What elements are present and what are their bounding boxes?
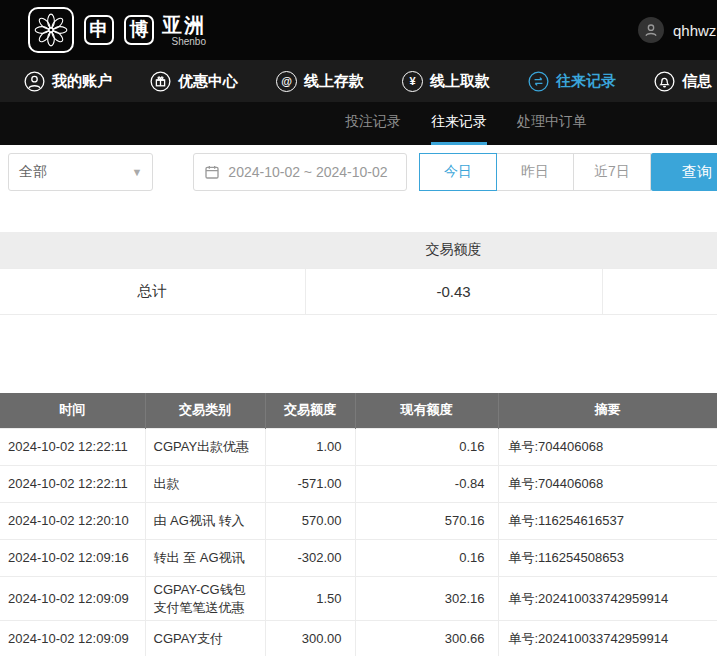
brand-subtitle: Shenbo	[172, 36, 206, 47]
bell-icon	[654, 71, 675, 92]
table-cell: 570.00	[265, 503, 355, 540]
table-cell: 单号:704406068	[498, 429, 717, 466]
records-table-body: 2024-10-02 12:22:11CGPAY出款优惠1.000.16单号:7…	[0, 429, 717, 656]
record-tabs: 投注记录 往来记录 处理中订单	[0, 102, 717, 145]
brand-char-bo: 博	[124, 15, 154, 45]
chevron-down-icon: ▼	[131, 166, 142, 178]
avatar	[638, 17, 664, 43]
table-cell: 1.00	[265, 429, 355, 466]
table-cell: 2024-10-02 12:09:09	[0, 621, 145, 656]
user-icon	[643, 22, 659, 38]
table-cell: 2024-10-02 12:20:10	[0, 503, 145, 540]
table-row: 2024-10-02 12:09:09CGPAY-CG钱包支付笔笔送优惠1.50…	[0, 577, 717, 621]
table-cell: CGPAY-CG钱包支付笔笔送优惠	[145, 577, 265, 621]
brand-text: 亚洲 Shenbo	[162, 14, 206, 47]
tab-transaction-records[interactable]: 往来记录	[431, 102, 487, 145]
table-cell: 单号:704406068	[498, 466, 717, 503]
table-cell: 300.66	[355, 621, 498, 656]
today-button[interactable]: 今日	[419, 153, 497, 191]
table-cell: 单号:202410033742959914	[498, 621, 717, 656]
calendar-icon	[204, 164, 220, 180]
search-button[interactable]: 查询	[651, 153, 717, 191]
filter-bar: 全部 ▼ 2024-10-02 ~ 2024-10-02 今日 昨日 近7日 查…	[0, 145, 717, 199]
col-header-type: 交易类别	[145, 393, 265, 429]
table-row: 2024-10-02 12:09:16转出 至 AG视讯-302.000.16单…	[0, 540, 717, 577]
top-bar: 申 博 亚洲 Shenbo qhhwz	[0, 0, 717, 60]
table-cell: 单号:116254508653	[498, 540, 717, 577]
transfer-records-icon	[528, 71, 549, 92]
table-cell: 转出 至 AG视讯	[145, 540, 265, 577]
deposit-icon: @	[276, 71, 297, 92]
table-cell: 302.16	[355, 577, 498, 621]
col-header-time: 时间	[0, 393, 145, 429]
summary-empty-cell	[602, 268, 717, 314]
table-cell: 0.16	[355, 429, 498, 466]
table-cell: 2024-10-02 12:22:11	[0, 429, 145, 466]
table-cell: 2024-10-02 12:22:11	[0, 466, 145, 503]
nav-label: 线上取款	[430, 72, 490, 91]
date-range-input[interactable]: 2024-10-02 ~ 2024-10-02	[193, 153, 407, 191]
brand-char-shen: 申	[84, 15, 114, 45]
table-cell: 300.00	[265, 621, 355, 656]
table-row: 2024-10-02 12:09:09CGPAY支付300.00300.66单号…	[0, 621, 717, 656]
type-select-value: 全部	[19, 163, 47, 181]
nav-label: 信息	[682, 72, 712, 91]
nav-item-messages[interactable]: 信息	[654, 71, 712, 92]
summary-total-value: -0.43	[305, 268, 602, 314]
tab-pending-orders[interactable]: 处理中订单	[517, 102, 587, 145]
table-row: 2024-10-02 12:22:11CGPAY出款优惠1.000.16单号:7…	[0, 429, 717, 466]
date-range-value: 2024-10-02 ~ 2024-10-02	[228, 164, 387, 180]
summary-header-empty	[0, 232, 305, 268]
table-cell: -571.00	[265, 466, 355, 503]
nav-item-records[interactable]: 往来记录	[528, 71, 616, 92]
records-table-header: 时间 交易类别 交易额度 现有额度 摘要	[0, 393, 717, 429]
username: qhhwz	[673, 22, 716, 39]
col-header-summary: 摘要	[498, 393, 717, 429]
withdraw-icon: ¥	[402, 71, 423, 92]
tab-betting-records[interactable]: 投注记录	[345, 102, 401, 145]
summary-header-empty	[602, 232, 717, 268]
main-nav: 我的账户 优惠中心 @ 线上存款 ¥ 线上取款 往来记录 信息	[0, 60, 717, 102]
type-select[interactable]: 全部 ▼	[8, 153, 153, 191]
last7days-button[interactable]: 近7日	[573, 153, 651, 191]
summary-header-row: 交易额度	[0, 232, 717, 268]
table-cell: 1.50	[265, 577, 355, 621]
table-cell: 0.16	[355, 540, 498, 577]
table-cell: 出款	[145, 466, 265, 503]
brand-logo[interactable]	[28, 7, 74, 53]
summary-table: 交易额度 总计 -0.43	[0, 232, 717, 315]
table-cell: CGPAY支付	[145, 621, 265, 656]
summary-total-row: 总计 -0.43	[0, 268, 717, 314]
nav-label: 我的账户	[52, 72, 112, 91]
table-cell: CGPAY出款优惠	[145, 429, 265, 466]
table-cell: 单号:116254616537	[498, 503, 717, 540]
summary-total-label: 总计	[0, 268, 305, 314]
col-header-amount: 交易额度	[265, 393, 355, 429]
nav-label: 往来记录	[556, 72, 616, 91]
table-cell: -0.84	[355, 466, 498, 503]
quick-range-buttons: 今日 昨日 近7日	[420, 153, 651, 191]
user-menu[interactable]: qhhwz	[638, 0, 716, 60]
account-icon	[24, 71, 45, 92]
nav-item-my-account[interactable]: 我的账户	[24, 71, 112, 92]
table-cell: 2024-10-02 12:09:09	[0, 577, 145, 621]
gift-icon	[150, 71, 171, 92]
yesterday-button[interactable]: 昨日	[496, 153, 574, 191]
table-row: 2024-10-02 12:20:10由 AG视讯 转入570.00570.16…	[0, 503, 717, 540]
table-cell: -302.00	[265, 540, 355, 577]
nav-label: 线上存款	[304, 72, 364, 91]
table-cell: 2024-10-02 12:09:16	[0, 540, 145, 577]
records-table: 时间 交易类别 交易额度 现有额度 摘要 2024-10-02 12:22:11…	[0, 393, 717, 656]
summary-header-amount: 交易额度	[305, 232, 602, 268]
brand-region: 亚洲	[162, 14, 206, 36]
table-cell: 570.16	[355, 503, 498, 540]
flower-logo-icon	[32, 11, 70, 49]
table-cell: 由 AG视讯 转入	[145, 503, 265, 540]
table-row: 2024-10-02 12:22:11出款-571.00-0.84单号:7044…	[0, 466, 717, 503]
nav-item-deposit[interactable]: @ 线上存款	[276, 71, 364, 92]
nav-item-promotions[interactable]: 优惠中心	[150, 71, 238, 92]
nav-label: 优惠中心	[178, 72, 238, 91]
table-cell: 单号:202410033742959914	[498, 577, 717, 621]
nav-item-withdraw[interactable]: ¥ 线上取款	[402, 71, 490, 92]
col-header-balance: 现有额度	[355, 393, 498, 429]
